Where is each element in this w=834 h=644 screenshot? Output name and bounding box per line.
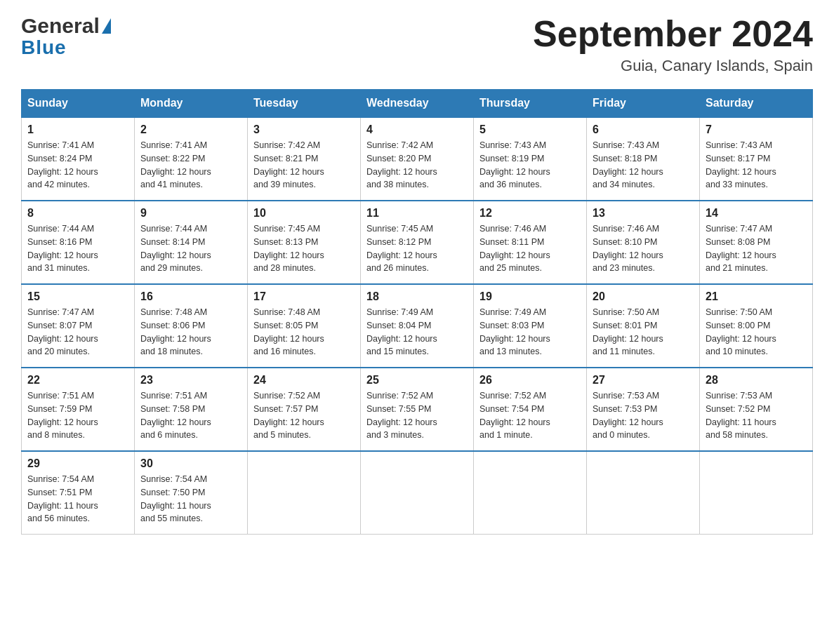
day-number: 30 — [140, 457, 241, 470]
calendar-cell: 25 Sunrise: 7:52 AMSunset: 7:55 PMDaylig… — [361, 368, 474, 451]
calendar-cell: 11 Sunrise: 7:45 AMSunset: 8:12 PMDaylig… — [361, 201, 474, 284]
day-info: Sunrise: 7:47 AMSunset: 8:08 PMDaylight:… — [706, 222, 807, 275]
day-info: Sunrise: 7:46 AMSunset: 8:11 PMDaylight:… — [479, 222, 581, 275]
calendar-cell: 9 Sunrise: 7:44 AMSunset: 8:14 PMDayligh… — [135, 201, 248, 284]
col-header-tuesday: Tuesday — [248, 90, 361, 118]
day-number: 3 — [253, 123, 355, 136]
calendar-cell: 24 Sunrise: 7:52 AMSunset: 7:57 PMDaylig… — [248, 368, 361, 451]
day-number: 27 — [593, 374, 694, 387]
day-info: Sunrise: 7:45 AMSunset: 8:12 PMDaylight:… — [366, 222, 468, 275]
day-info: Sunrise: 7:43 AMSunset: 8:19 PMDaylight:… — [479, 139, 581, 192]
location-text: Guia, Canary Islands, Spain — [533, 57, 813, 75]
month-title: September 2024 — [533, 14, 813, 54]
calendar-cell: 17 Sunrise: 7:48 AMSunset: 8:05 PMDaylig… — [248, 284, 361, 368]
logo-blue-text: Blue — [21, 36, 67, 59]
day-number: 23 — [140, 374, 241, 387]
day-info: Sunrise: 7:47 AMSunset: 8:07 PMDaylight:… — [27, 306, 128, 358]
day-info: Sunrise: 7:42 AMSunset: 8:21 PMDaylight:… — [253, 139, 355, 192]
calendar-cell: 21 Sunrise: 7:50 AMSunset: 8:00 PMDaylig… — [700, 284, 813, 368]
calendar-week-row: 22 Sunrise: 7:51 AMSunset: 7:59 PMDaylig… — [22, 368, 813, 451]
day-number: 24 — [253, 374, 355, 387]
calendar-week-row: 8 Sunrise: 7:44 AMSunset: 8:16 PMDayligh… — [22, 201, 813, 284]
calendar-cell: 30 Sunrise: 7:54 AMSunset: 7:50 PMDaylig… — [135, 451, 248, 535]
day-info: Sunrise: 7:53 AMSunset: 7:53 PMDaylight:… — [593, 389, 694, 442]
calendar-cell: 22 Sunrise: 7:51 AMSunset: 7:59 PMDaylig… — [22, 368, 135, 451]
day-number: 13 — [593, 207, 694, 220]
calendar-cell — [474, 451, 587, 535]
calendar-table: SundayMondayTuesdayWednesdayThursdayFrid… — [21, 89, 813, 535]
calendar-cell: 4 Sunrise: 7:42 AMSunset: 8:20 PMDayligh… — [361, 117, 474, 201]
calendar-cell — [248, 451, 361, 535]
calendar-cell: 1 Sunrise: 7:41 AMSunset: 8:24 PMDayligh… — [22, 117, 135, 201]
day-number: 12 — [479, 207, 581, 220]
calendar-cell: 14 Sunrise: 7:47 AMSunset: 8:08 PMDaylig… — [700, 201, 813, 284]
day-info: Sunrise: 7:54 AMSunset: 7:51 PMDaylight:… — [27, 473, 128, 525]
day-info: Sunrise: 7:51 AMSunset: 7:58 PMDaylight:… — [140, 389, 241, 442]
day-number: 16 — [140, 290, 241, 303]
day-info: Sunrise: 7:49 AMSunset: 8:03 PMDaylight:… — [479, 306, 581, 358]
calendar-cell: 27 Sunrise: 7:53 AMSunset: 7:53 PMDaylig… — [587, 368, 700, 451]
calendar-cell: 13 Sunrise: 7:46 AMSunset: 8:10 PMDaylig… — [587, 201, 700, 284]
day-number: 7 — [706, 123, 807, 136]
logo-arrow-icon — [102, 18, 111, 34]
calendar-cell: 12 Sunrise: 7:46 AMSunset: 8:11 PMDaylig… — [474, 201, 587, 284]
day-number: 28 — [706, 374, 807, 387]
day-info: Sunrise: 7:50 AMSunset: 8:00 PMDaylight:… — [706, 306, 807, 358]
day-number: 20 — [593, 290, 694, 303]
day-info: Sunrise: 7:49 AMSunset: 8:04 PMDaylight:… — [366, 306, 468, 358]
calendar-cell: 18 Sunrise: 7:49 AMSunset: 8:04 PMDaylig… — [361, 284, 474, 368]
col-header-thursday: Thursday — [474, 90, 587, 118]
calendar-cell: 2 Sunrise: 7:41 AMSunset: 8:22 PMDayligh… — [135, 117, 248, 201]
day-number: 29 — [27, 457, 128, 470]
day-info: Sunrise: 7:52 AMSunset: 7:54 PMDaylight:… — [479, 389, 581, 442]
day-info: Sunrise: 7:52 AMSunset: 7:55 PMDaylight:… — [366, 389, 468, 442]
calendar-cell: 23 Sunrise: 7:51 AMSunset: 7:58 PMDaylig… — [135, 368, 248, 451]
calendar-cell: 26 Sunrise: 7:52 AMSunset: 7:54 PMDaylig… — [474, 368, 587, 451]
col-header-sunday: Sunday — [22, 90, 135, 118]
day-number: 4 — [366, 123, 468, 136]
day-info: Sunrise: 7:44 AMSunset: 8:14 PMDaylight:… — [140, 222, 241, 275]
calendar-cell: 15 Sunrise: 7:47 AMSunset: 8:07 PMDaylig… — [22, 284, 135, 368]
title-section: September 2024 Guia, Canary Islands, Spa… — [533, 14, 813, 75]
day-info: Sunrise: 7:48 AMSunset: 8:06 PMDaylight:… — [140, 306, 241, 358]
day-number: 22 — [27, 374, 128, 387]
day-info: Sunrise: 7:42 AMSunset: 8:20 PMDaylight:… — [366, 139, 468, 192]
calendar-cell — [700, 451, 813, 535]
day-info: Sunrise: 7:45 AMSunset: 8:13 PMDaylight:… — [253, 222, 355, 275]
day-info: Sunrise: 7:52 AMSunset: 7:57 PMDaylight:… — [253, 389, 355, 442]
calendar-week-row: 29 Sunrise: 7:54 AMSunset: 7:51 PMDaylig… — [22, 451, 813, 535]
calendar-cell: 16 Sunrise: 7:48 AMSunset: 8:06 PMDaylig… — [135, 284, 248, 368]
calendar-cell: 6 Sunrise: 7:43 AMSunset: 8:18 PMDayligh… — [587, 117, 700, 201]
day-info: Sunrise: 7:46 AMSunset: 8:10 PMDaylight:… — [593, 222, 694, 275]
day-number: 6 — [593, 123, 694, 136]
logo: General Blue — [21, 14, 111, 59]
day-number: 8 — [27, 207, 128, 220]
day-info: Sunrise: 7:41 AMSunset: 8:22 PMDaylight:… — [140, 139, 241, 192]
day-number: 9 — [140, 207, 241, 220]
day-info: Sunrise: 7:43 AMSunset: 8:17 PMDaylight:… — [706, 139, 807, 192]
day-number: 11 — [366, 207, 468, 220]
day-number: 19 — [479, 290, 581, 303]
day-number: 17 — [253, 290, 355, 303]
calendar-cell: 7 Sunrise: 7:43 AMSunset: 8:17 PMDayligh… — [700, 117, 813, 201]
calendar-week-row: 1 Sunrise: 7:41 AMSunset: 8:24 PMDayligh… — [22, 117, 813, 201]
calendar-cell: 5 Sunrise: 7:43 AMSunset: 8:19 PMDayligh… — [474, 117, 587, 201]
calendar-cell: 28 Sunrise: 7:53 AMSunset: 7:52 PMDaylig… — [700, 368, 813, 451]
day-number: 5 — [479, 123, 581, 136]
day-number: 25 — [366, 374, 468, 387]
logo-general-text: General — [21, 14, 100, 38]
day-info: Sunrise: 7:50 AMSunset: 8:01 PMDaylight:… — [593, 306, 694, 358]
calendar-cell — [361, 451, 474, 535]
col-header-friday: Friday — [587, 90, 700, 118]
calendar-cell: 3 Sunrise: 7:42 AMSunset: 8:21 PMDayligh… — [248, 117, 361, 201]
day-number: 26 — [479, 374, 581, 387]
day-number: 14 — [706, 207, 807, 220]
calendar-cell: 20 Sunrise: 7:50 AMSunset: 8:01 PMDaylig… — [587, 284, 700, 368]
day-number: 1 — [27, 123, 128, 136]
calendar-header-row: SundayMondayTuesdayWednesdayThursdayFrid… — [22, 90, 813, 118]
day-number: 15 — [27, 290, 128, 303]
day-info: Sunrise: 7:43 AMSunset: 8:18 PMDaylight:… — [593, 139, 694, 192]
calendar-cell: 19 Sunrise: 7:49 AMSunset: 8:03 PMDaylig… — [474, 284, 587, 368]
calendar-cell: 8 Sunrise: 7:44 AMSunset: 8:16 PMDayligh… — [22, 201, 135, 284]
day-info: Sunrise: 7:51 AMSunset: 7:59 PMDaylight:… — [27, 389, 128, 442]
